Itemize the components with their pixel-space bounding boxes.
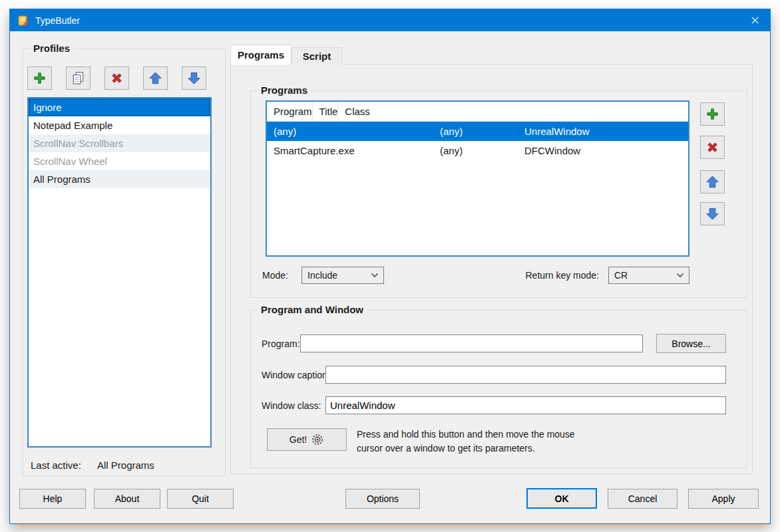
chevron-down-icon (371, 273, 379, 278)
profile-list-item[interactable]: Ignore (29, 98, 210, 116)
profiles-list[interactable]: Ignore Notepad Example ScrollNav Scrollb… (27, 97, 212, 448)
cell-class: UnrealWindow (518, 122, 688, 141)
arrow-up-icon (705, 174, 720, 190)
get-help-line-1: Press and hold this button and then move… (357, 428, 575, 442)
program-move-down-button[interactable] (700, 202, 725, 225)
typebutler-window: TypeButler Profiles Ignore Notepad Exam (9, 9, 771, 524)
program-and-window-group-label: Program and Window (258, 304, 367, 315)
window-caption-input[interactable] (325, 366, 726, 384)
mode-select[interactable]: Include (301, 267, 384, 284)
tab-script[interactable]: Script (292, 47, 342, 65)
cell-title: (any) (433, 122, 518, 141)
chevron-down-icon (676, 273, 684, 278)
program-input[interactable] (300, 334, 643, 352)
plus-icon (705, 106, 720, 122)
return-key-mode-label: Return key mode: (526, 270, 600, 281)
programs-table-body: (any) (any) UnrealWindow SmartCapture.ex… (267, 122, 688, 160)
profiles-group-label: Profiles (30, 43, 73, 54)
program-move-up-button[interactable] (700, 170, 725, 194)
arrow-up-icon (148, 70, 163, 86)
profile-move-up-button[interactable] (143, 66, 168, 90)
cell-program: (any) (267, 122, 433, 141)
profile-move-down-button[interactable] (182, 66, 206, 90)
last-active-value: All Programs (97, 460, 154, 471)
profile-add-button[interactable] (27, 66, 52, 90)
apply-button[interactable]: Apply (688, 489, 759, 509)
program-delete-button[interactable] (700, 136, 725, 159)
quit-button[interactable]: Quit (167, 489, 234, 509)
arrow-down-icon (705, 206, 720, 221)
window-title: TypeButler (35, 15, 80, 26)
program-table-row[interactable]: SmartCapture.exe (any) DFCWindow (267, 141, 688, 160)
return-key-mode-select[interactable]: CR (608, 267, 689, 284)
window-caption-label: Window caption: (262, 370, 330, 380)
program-field-label: Program: (262, 338, 300, 349)
window-class-label: Window class: (262, 400, 321, 411)
profile-list-item-label: ScrollNav Wheel (33, 156, 107, 167)
profile-list-item-label: ScrollNav Scrollbars (33, 138, 123, 149)
program-table-row[interactable]: (any) (any) UnrealWindow (267, 122, 688, 141)
profile-delete-button[interactable] (104, 66, 129, 90)
profile-copy-button[interactable] (66, 66, 91, 90)
arrow-down-icon (186, 70, 202, 86)
profile-list-item[interactable]: Notepad Example (29, 116, 210, 134)
close-icon (751, 16, 759, 25)
help-button[interactable]: Help (19, 489, 86, 509)
column-header: Class (338, 102, 370, 121)
plus-icon (32, 70, 47, 86)
options-button[interactable]: Options (345, 489, 420, 509)
cancel-button[interactable]: Cancel (608, 489, 678, 509)
programs-table-header: ProgramTitleClass (267, 102, 688, 122)
column-header: Title (313, 102, 339, 121)
cell-class: DFCWindow (518, 141, 688, 160)
profile-list-item[interactable]: ScrollNav Scrollbars (29, 134, 210, 152)
about-button[interactable]: About (94, 489, 160, 509)
get-button-label: Get! (290, 434, 307, 445)
profile-list-item[interactable]: ScrollNav Wheel (29, 152, 210, 170)
get-help-text: Press and hold this button and then move… (357, 428, 575, 456)
cell-title: (any) (433, 141, 518, 160)
title-bar[interactable]: TypeButler (10, 9, 770, 31)
window-class-input[interactable] (325, 396, 726, 414)
profile-list-item-label: Ignore (33, 102, 62, 113)
cell-program: SmartCapture.exe (267, 141, 433, 160)
delete-x-icon (109, 70, 124, 86)
browse-button[interactable]: Browse... (656, 334, 726, 353)
column-header: Program (267, 102, 313, 121)
profile-list-item-label: All Programs (33, 174, 91, 185)
program-add-button[interactable] (700, 102, 725, 126)
profile-list-item[interactable]: All Programs (29, 170, 210, 188)
get-help-line-2: cursor over a window to get its paramete… (357, 442, 575, 456)
delete-x-icon (705, 140, 720, 155)
target-icon (311, 433, 324, 446)
close-button[interactable] (739, 9, 770, 31)
app-note-pencil-icon (17, 15, 29, 27)
profile-list-item-label: Notepad Example (33, 120, 112, 131)
mode-select-value: Include (302, 270, 371, 281)
get-button[interactable]: Get! (267, 428, 347, 451)
ok-button[interactable]: OK (526, 488, 597, 509)
tab-programs[interactable]: Programs (230, 45, 292, 65)
mode-label: Mode: (262, 270, 288, 281)
programs-table[interactable]: ProgramTitleClass (any) (any) UnrealWind… (266, 100, 689, 257)
copy-icon (71, 70, 86, 86)
last-active-label: Last active: (31, 460, 81, 471)
return-key-mode-value: CR (609, 270, 676, 281)
programs-group-label: Programs (258, 84, 311, 96)
